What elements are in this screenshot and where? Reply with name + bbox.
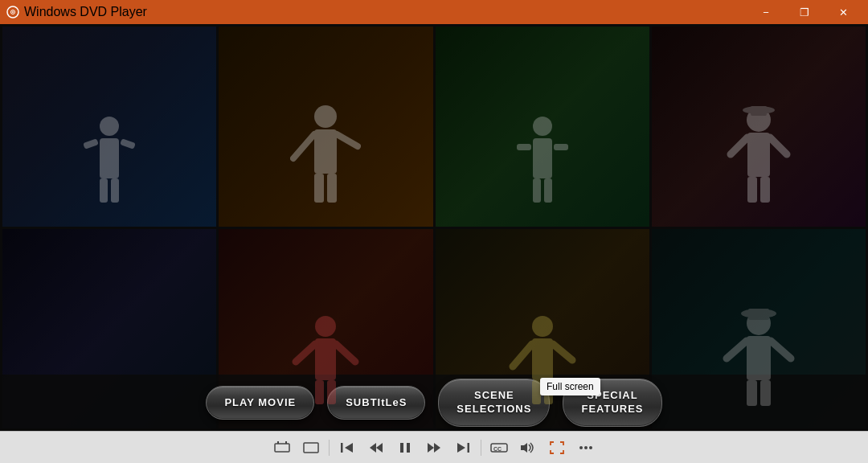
- svg-rect-23: [751, 106, 767, 116]
- scene-cell-1: [2, 27, 216, 227]
- svg-text:CC: CC: [493, 446, 502, 452]
- svg-rect-40: [544, 380, 553, 404]
- svg-marker-60: [434, 443, 440, 453]
- app-icon: [6, 6, 19, 18]
- svg-line-46: [771, 341, 791, 359]
- svg-marker-55: [376, 443, 383, 453]
- svg-rect-19: [533, 178, 541, 203]
- svg-line-37: [513, 344, 532, 367]
- svg-point-29: [315, 316, 336, 337]
- figure-8: [723, 304, 795, 408]
- svg-point-3: [100, 117, 119, 136]
- svg-rect-62: [468, 443, 470, 453]
- pause-icon: [399, 441, 411, 454]
- svg-point-67: [584, 446, 588, 449]
- svg-point-68: [589, 446, 592, 449]
- svg-marker-54: [345, 443, 353, 453]
- fast-forward-button[interactable]: [421, 435, 447, 461]
- svg-point-66: [579, 446, 583, 449]
- restore-button[interactable]: ❐: [786, 0, 823, 24]
- svg-marker-65: [521, 443, 527, 453]
- svg-rect-28: [760, 177, 770, 203]
- play-pause-button[interactable]: [392, 435, 418, 461]
- svg-line-25: [731, 137, 747, 154]
- skip-back-icon: [340, 441, 354, 454]
- skip-forward-button[interactable]: [450, 435, 476, 461]
- skip-forward-icon: [456, 441, 470, 454]
- captions-button[interactable]: CC: [486, 435, 512, 461]
- svg-rect-34: [327, 380, 336, 404]
- svg-rect-53: [341, 443, 343, 453]
- svg-rect-58: [407, 443, 410, 453]
- svg-rect-52: [304, 443, 318, 453]
- captions-icon: CC: [490, 441, 508, 454]
- figure-6: [289, 312, 362, 408]
- separator-2: [481, 440, 481, 456]
- svg-rect-8: [111, 178, 119, 203]
- svg-rect-14: [327, 174, 337, 203]
- figure-4: [727, 102, 791, 207]
- transport-bar: CC: [0, 431, 868, 463]
- svg-rect-20: [544, 178, 552, 203]
- svg-rect-47: [747, 380, 757, 406]
- theater-mode-icon: [274, 441, 290, 454]
- rewind-button[interactable]: [363, 435, 389, 461]
- svg-marker-56: [370, 443, 376, 453]
- svg-rect-33: [315, 380, 324, 404]
- figure-3: [510, 110, 575, 207]
- svg-rect-44: [747, 336, 771, 380]
- svg-line-26: [770, 137, 787, 154]
- fast-forward-icon: [427, 441, 441, 454]
- skip-back-button[interactable]: [334, 435, 360, 461]
- volume-button[interactable]: [515, 435, 541, 461]
- fullscreen-icon: [550, 441, 564, 454]
- volume-icon: [520, 441, 536, 454]
- svg-line-31: [296, 344, 315, 362]
- svg-rect-51: [285, 441, 287, 444]
- titlebar-left: Windows DVD Player: [6, 5, 147, 19]
- rewind-icon: [369, 441, 383, 454]
- svg-rect-17: [517, 144, 531, 150]
- svg-point-2: [12, 11, 14, 13]
- svg-rect-39: [532, 380, 541, 404]
- svg-rect-13: [314, 174, 324, 203]
- close-button[interactable]: ✕: [825, 0, 862, 24]
- svg-rect-48: [760, 380, 771, 406]
- titlebar-controls: − ❐ ✕: [747, 0, 862, 24]
- titlebar: Windows DVD Player − ❐ ✕: [0, 0, 868, 24]
- figure-7: [506, 312, 579, 408]
- svg-marker-61: [457, 443, 465, 453]
- svg-rect-50: [277, 441, 279, 444]
- theater-mode-button[interactable]: [269, 435, 295, 461]
- more-button[interactable]: [573, 435, 599, 461]
- svg-rect-18: [554, 144, 568, 150]
- svg-rect-43: [748, 309, 769, 320]
- window-mode-button[interactable]: [298, 435, 324, 461]
- svg-rect-24: [747, 133, 770, 177]
- scene-cell-4: [652, 27, 866, 227]
- svg-point-35: [532, 316, 553, 337]
- svg-point-9: [314, 105, 337, 128]
- more-icon: [579, 441, 593, 454]
- svg-rect-4: [100, 138, 119, 178]
- svg-marker-59: [428, 443, 434, 453]
- titlebar-title: Windows DVD Player: [24, 5, 147, 19]
- svg-rect-57: [400, 443, 403, 453]
- svg-line-12: [337, 134, 358, 146]
- svg-rect-49: [275, 444, 289, 452]
- window-mode-icon: [303, 441, 319, 454]
- scene-cell-2: [219, 27, 432, 227]
- separator-1: [329, 440, 330, 456]
- svg-rect-6: [120, 138, 136, 150]
- scene-cell-3: [436, 27, 649, 227]
- figure-2: [285, 102, 366, 207]
- svg-line-38: [553, 344, 572, 360]
- main-content: PLAY MOVIE SUBTItLeS SCENE SELECTIONS SP…: [0, 24, 868, 431]
- minimize-button[interactable]: −: [747, 0, 784, 24]
- svg-point-15: [533, 117, 552, 136]
- svg-rect-7: [100, 178, 108, 203]
- svg-line-45: [727, 341, 747, 359]
- svg-rect-5: [83, 138, 99, 150]
- fullscreen-button[interactable]: [544, 435, 570, 461]
- svg-line-32: [336, 344, 355, 362]
